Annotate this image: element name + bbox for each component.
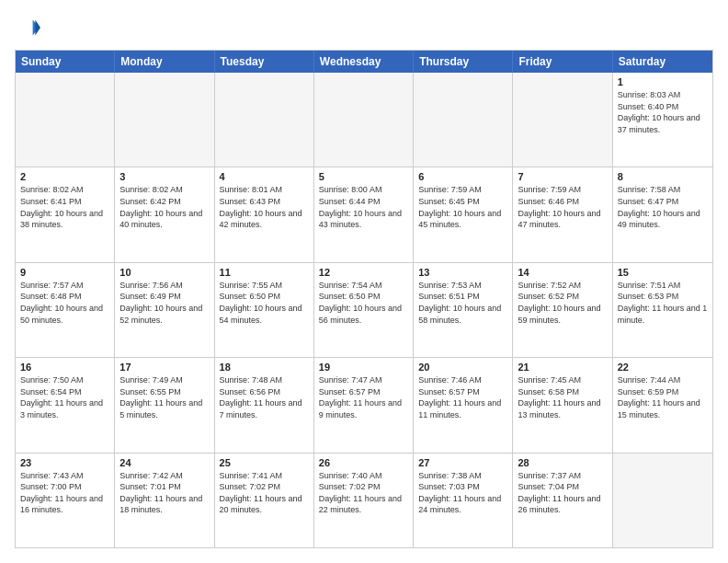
weekday-header-wednesday: Wednesday	[314, 51, 414, 73]
header	[15, 15, 713, 40]
day-info: Sunrise: 7:47 AM Sunset: 6:57 PM Dayligh…	[319, 374, 408, 420]
weekday-header-thursday: Thursday	[414, 51, 513, 73]
empty-cell-r0c1	[115, 73, 214, 167]
day-number: 6	[418, 171, 507, 182]
day-info: Sunrise: 8:02 AM Sunset: 6:42 PM Dayligh…	[119, 184, 209, 230]
day-cell-17: 17Sunrise: 7:49 AM Sunset: 6:55 PM Dayli…	[115, 358, 214, 452]
page: SundayMondayTuesdayWednesdayThursdayFrid…	[0, 0, 728, 563]
day-info: Sunrise: 7:41 AM Sunset: 7:02 PM Dayligh…	[220, 470, 309, 516]
day-info: Sunrise: 7:40 AM Sunset: 7:02 PM Dayligh…	[319, 470, 408, 516]
day-number: 7	[518, 171, 607, 182]
day-cell-12: 12Sunrise: 7:54 AM Sunset: 6:50 PM Dayli…	[314, 263, 414, 357]
calendar: SundayMondayTuesdayWednesdayThursdayFrid…	[15, 50, 713, 548]
day-number: 14	[518, 267, 607, 278]
empty-cell-r0c2	[215, 73, 314, 167]
day-number: 24	[119, 457, 209, 468]
day-number: 4	[220, 171, 309, 182]
day-cell-15: 15Sunrise: 7:51 AM Sunset: 6:53 PM Dayli…	[613, 263, 712, 357]
day-number: 19	[319, 362, 408, 373]
day-info: Sunrise: 7:52 AM Sunset: 6:52 PM Dayligh…	[518, 280, 607, 326]
svg-marker-1	[35, 20, 40, 36]
weekday-header-sunday: Sunday	[16, 51, 115, 73]
day-cell-13: 13Sunrise: 7:53 AM Sunset: 6:51 PM Dayli…	[414, 263, 513, 357]
day-cell-25: 25Sunrise: 7:41 AM Sunset: 7:02 PM Dayli…	[215, 454, 314, 547]
day-cell-26: 26Sunrise: 7:40 AM Sunset: 7:02 PM Dayli…	[314, 454, 414, 547]
day-cell-14: 14Sunrise: 7:52 AM Sunset: 6:52 PM Dayli…	[513, 263, 612, 357]
day-info: Sunrise: 8:02 AM Sunset: 6:41 PM Dayligh…	[20, 184, 109, 230]
day-number: 17	[119, 362, 209, 373]
weekday-header-friday: Friday	[513, 51, 612, 73]
day-cell-1: 1Sunrise: 8:03 AM Sunset: 6:40 PM Daylig…	[613, 73, 712, 167]
day-cell-8: 8Sunrise: 7:58 AM Sunset: 6:47 PM Daylig…	[613, 167, 712, 261]
day-number: 8	[618, 171, 708, 182]
day-number: 16	[20, 362, 109, 373]
day-info: Sunrise: 7:38 AM Sunset: 7:03 PM Dayligh…	[418, 470, 507, 516]
day-cell-16: 16Sunrise: 7:50 AM Sunset: 6:54 PM Dayli…	[16, 358, 115, 452]
day-info: Sunrise: 7:59 AM Sunset: 6:46 PM Dayligh…	[518, 184, 607, 230]
day-info: Sunrise: 7:49 AM Sunset: 6:55 PM Dayligh…	[119, 374, 209, 420]
day-number: 28	[518, 457, 607, 468]
day-number: 25	[220, 457, 309, 468]
day-cell-22: 22Sunrise: 7:44 AM Sunset: 6:59 PM Dayli…	[613, 358, 712, 452]
calendar-row-1: 2Sunrise: 8:02 AM Sunset: 6:41 PM Daylig…	[16, 167, 712, 262]
day-number: 21	[518, 362, 607, 373]
day-cell-11: 11Sunrise: 7:55 AM Sunset: 6:50 PM Dayli…	[215, 263, 314, 357]
empty-cell-r0c5	[513, 73, 612, 167]
day-cell-27: 27Sunrise: 7:38 AM Sunset: 7:03 PM Dayli…	[414, 454, 513, 547]
day-info: Sunrise: 7:58 AM Sunset: 6:47 PM Dayligh…	[618, 184, 708, 230]
day-cell-18: 18Sunrise: 7:48 AM Sunset: 6:56 PM Dayli…	[215, 358, 314, 452]
day-number: 2	[20, 171, 109, 182]
day-cell-7: 7Sunrise: 7:59 AM Sunset: 6:46 PM Daylig…	[513, 167, 612, 261]
day-cell-6: 6Sunrise: 7:59 AM Sunset: 6:45 PM Daylig…	[414, 167, 513, 261]
day-info: Sunrise: 8:00 AM Sunset: 6:44 PM Dayligh…	[319, 184, 408, 230]
day-cell-24: 24Sunrise: 7:42 AM Sunset: 7:01 PM Dayli…	[115, 454, 214, 547]
empty-cell-r0c3	[314, 73, 414, 167]
day-info: Sunrise: 7:55 AM Sunset: 6:50 PM Dayligh…	[220, 280, 309, 326]
day-number: 5	[319, 171, 408, 182]
day-number: 3	[119, 171, 209, 182]
logo	[15, 15, 44, 40]
calendar-row-4: 23Sunrise: 7:43 AM Sunset: 7:00 PM Dayli…	[16, 454, 712, 547]
day-number: 23	[20, 457, 109, 468]
day-cell-10: 10Sunrise: 7:56 AM Sunset: 6:49 PM Dayli…	[115, 263, 214, 357]
day-info: Sunrise: 7:54 AM Sunset: 6:50 PM Dayligh…	[319, 280, 408, 326]
day-info: Sunrise: 8:03 AM Sunset: 6:40 PM Dayligh…	[618, 89, 708, 135]
day-number: 20	[418, 362, 507, 373]
day-cell-19: 19Sunrise: 7:47 AM Sunset: 6:57 PM Dayli…	[314, 358, 414, 452]
day-number: 10	[119, 267, 209, 278]
weekday-header-monday: Monday	[115, 51, 214, 73]
empty-cell-r0c0	[16, 73, 115, 167]
day-info: Sunrise: 7:42 AM Sunset: 7:01 PM Dayligh…	[119, 470, 209, 516]
day-cell-3: 3Sunrise: 8:02 AM Sunset: 6:42 PM Daylig…	[115, 167, 214, 261]
day-number: 22	[618, 362, 708, 373]
day-cell-23: 23Sunrise: 7:43 AM Sunset: 7:00 PM Dayli…	[16, 454, 115, 547]
day-number: 9	[20, 267, 109, 278]
day-number: 27	[418, 457, 507, 468]
day-cell-28: 28Sunrise: 7:37 AM Sunset: 7:04 PM Dayli…	[513, 454, 612, 547]
calendar-body: 1Sunrise: 8:03 AM Sunset: 6:40 PM Daylig…	[16, 73, 712, 547]
day-info: Sunrise: 7:56 AM Sunset: 6:49 PM Dayligh…	[119, 280, 209, 326]
day-cell-21: 21Sunrise: 7:45 AM Sunset: 6:58 PM Dayli…	[513, 358, 612, 452]
calendar-header: SundayMondayTuesdayWednesdayThursdayFrid…	[16, 51, 712, 73]
logo-icon	[15, 15, 40, 40]
day-number: 1	[618, 76, 708, 87]
day-number: 11	[220, 267, 309, 278]
day-info: Sunrise: 7:51 AM Sunset: 6:53 PM Dayligh…	[618, 280, 708, 326]
day-cell-20: 20Sunrise: 7:46 AM Sunset: 6:57 PM Dayli…	[414, 358, 513, 452]
day-info: Sunrise: 7:45 AM Sunset: 6:58 PM Dayligh…	[518, 374, 607, 420]
empty-cell-r0c4	[414, 73, 513, 167]
day-info: Sunrise: 7:48 AM Sunset: 6:56 PM Dayligh…	[220, 374, 309, 420]
calendar-row-3: 16Sunrise: 7:50 AM Sunset: 6:54 PM Dayli…	[16, 358, 712, 453]
day-info: Sunrise: 7:57 AM Sunset: 6:48 PM Dayligh…	[20, 280, 109, 326]
day-number: 15	[618, 267, 708, 278]
day-cell-5: 5Sunrise: 8:00 AM Sunset: 6:44 PM Daylig…	[314, 167, 414, 261]
day-number: 12	[319, 267, 408, 278]
day-cell-2: 2Sunrise: 8:02 AM Sunset: 6:41 PM Daylig…	[16, 167, 115, 261]
day-info: Sunrise: 7:37 AM Sunset: 7:04 PM Dayligh…	[518, 470, 607, 516]
day-number: 13	[418, 267, 507, 278]
day-cell-9: 9Sunrise: 7:57 AM Sunset: 6:48 PM Daylig…	[16, 263, 115, 357]
day-number: 18	[220, 362, 309, 373]
day-info: Sunrise: 7:43 AM Sunset: 7:00 PM Dayligh…	[20, 470, 109, 516]
day-info: Sunrise: 7:46 AM Sunset: 6:57 PM Dayligh…	[418, 374, 507, 420]
day-info: Sunrise: 8:01 AM Sunset: 6:43 PM Dayligh…	[220, 184, 309, 230]
